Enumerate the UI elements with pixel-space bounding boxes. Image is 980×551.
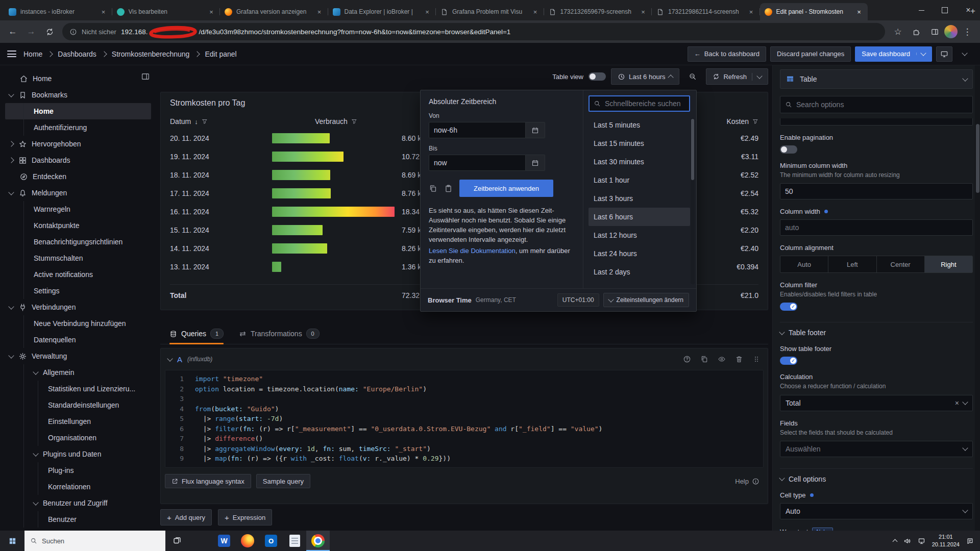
tab-grafana-version-anzeigen[interactable]: Grafana version anzeigen×	[220, 3, 328, 20]
collapse-topbar-chevron-icon[interactable]	[957, 46, 973, 62]
sidebar-item-entdecken[interactable]: Entdecken	[5, 168, 151, 185]
filter-funnel-icon[interactable]	[202, 118, 208, 124]
sidebar-item-authentifizierung[interactable]: Authentifizierung	[5, 119, 151, 136]
tab-edit-panel-stromkosten[interactable]: Edit panel - Stromkosten×	[760, 3, 868, 20]
sidebar-item-kontaktpunkte[interactable]: Kontaktpunkte	[5, 217, 151, 234]
expand-chevron-icon[interactable]	[33, 369, 38, 374]
breadcrumb-stromkostenberechnung[interactable]: Stromkostenberechnung	[112, 50, 190, 58]
breadcrumb-edit-panel[interactable]: Edit panel	[205, 50, 236, 58]
expand-chevron-icon[interactable]	[8, 189, 14, 195]
tab-close-icon[interactable]: ×	[855, 8, 863, 16]
quick-range-search-input[interactable]: Schnellbereiche suchen	[589, 95, 690, 112]
sidebar-item-einstellungen[interactable]: Einstellungen	[5, 413, 151, 430]
tab-close-icon[interactable]: ×	[315, 8, 324, 16]
taskbar-word-icon[interactable]	[212, 531, 236, 551]
sidebar-item-dashboards[interactable]: Dashboards	[5, 152, 151, 168]
add-expression-button[interactable]: +Expression	[218, 509, 272, 525]
sidebar-item-plugins-und-daten[interactable]: Plugins und Daten	[5, 446, 151, 462]
tab-close-icon[interactable]: ×	[423, 8, 431, 16]
sidebar-item-neue-verbindung-hinzuf-gen[interactable]: Neue Verbindung hinzufügen	[5, 315, 151, 332]
quick-range-last-6-hours[interactable]: Last 6 hours	[589, 208, 690, 226]
zoom-out-time-button[interactable]	[684, 69, 701, 84]
hide-query-eye-icon[interactable]	[718, 355, 726, 363]
section-cell-options[interactable]: Cell options	[780, 468, 973, 483]
documentation-link[interactable]: Lesen Sie die Dokumentation	[429, 247, 516, 255]
tab-close-icon[interactable]: ×	[207, 8, 215, 16]
expand-chevron-icon[interactable]	[8, 353, 14, 358]
change-time-settings-button[interactable]: Zeiteinstellungen ändern	[603, 293, 689, 307]
sidebar-item-korrelationen[interactable]: Korrelationen	[5, 479, 151, 495]
tv-mode-button[interactable]	[936, 46, 952, 62]
calendar-button[interactable]	[526, 155, 545, 171]
time-range-picker-button[interactable]: Last 6 hours	[611, 68, 680, 85]
profile-avatar[interactable]	[944, 25, 958, 38]
copy-time-range-icon[interactable]	[429, 184, 437, 193]
tab-queries[interactable]: Queries 1	[169, 323, 224, 344]
fields-select[interactable]: Auswählen	[780, 441, 973, 457]
sidebar-item-verbindungen[interactable]: Verbindungen	[5, 299, 151, 315]
quick-range-last-3-hours[interactable]: Last 3 hours	[589, 189, 690, 208]
options-scrollbar[interactable]	[975, 65, 980, 531]
tray-expand-icon[interactable]	[892, 539, 897, 544]
back-to-dashboard-button[interactable]: ←Back to dashboard	[688, 46, 766, 62]
tab-close-icon[interactable]: ×	[100, 8, 108, 16]
calendar-button[interactable]	[526, 122, 545, 138]
expand-chevron-icon[interactable]	[8, 141, 14, 146]
save-dashboard-button[interactable]: Save dashboard	[855, 46, 932, 62]
quick-range-last-12-hours[interactable]: Last 12 hours	[589, 226, 690, 244]
sidebar-item-benachrichtigungsrichtlinien[interactable]: Benachrichtigungsrichtlinien	[5, 234, 151, 250]
filter-funnel-icon[interactable]	[752, 118, 758, 124]
sidebar-item-stummschalten[interactable]: Stummschalten	[5, 250, 151, 266]
expand-chevron-icon[interactable]	[8, 91, 14, 97]
tab-vis-bearbeiten[interactable]: Vis bearbeiten×	[112, 3, 220, 20]
sidebar-item-datenquellen[interactable]: Datenquellen	[5, 332, 151, 348]
taskbar-notepad-icon[interactable]	[283, 531, 306, 551]
sidebar-item-hervorgehoben[interactable]: Hervorgehoben	[5, 136, 151, 152]
query-help-icon[interactable]	[683, 355, 691, 363]
tab-grafana-problem-mit-visu[interactable]: Grafana Problem mit Visu×	[436, 3, 544, 20]
enable-pagination-toggle[interactable]	[780, 145, 797, 154]
align-option-center[interactable]: Center	[877, 256, 925, 272]
dock-sidebar-icon[interactable]	[141, 72, 150, 81]
sidebar-item-benutzer[interactable]: Benutzer	[5, 511, 151, 528]
breadcrumb-home[interactable]: Home	[23, 50, 42, 58]
side-panel-icon[interactable]	[926, 23, 943, 40]
calculation-select[interactable]: Total ×	[780, 395, 973, 411]
browser-back-button[interactable]: ←	[4, 23, 21, 40]
sidebar-item-benutzer-und-zugriff[interactable]: Benutzer und Zugriff	[5, 495, 151, 511]
quick-range-last-2-days[interactable]: Last 2 days	[589, 263, 690, 281]
duplicate-query-icon[interactable]	[700, 355, 708, 363]
browser-forward-button[interactable]: →	[22, 23, 40, 40]
quick-range-last-30-minutes[interactable]: Last 30 minutes	[589, 153, 690, 171]
column-header-verbrauch[interactable]: Verbrauch	[272, 117, 395, 126]
browser-menu-kebab-icon[interactable]: ⋮	[959, 23, 976, 40]
time-from-input[interactable]: now-6h	[429, 122, 526, 138]
drag-handle-icon[interactable]	[752, 355, 761, 363]
sidebar-item-allgemein[interactable]: Allgemein	[5, 364, 151, 381]
extensions-puzzle-icon[interactable]	[908, 23, 925, 40]
taskbar-outlook-icon[interactable]	[259, 531, 283, 551]
expand-chevron-icon[interactable]	[8, 157, 14, 163]
tab-close-icon[interactable]: ×	[531, 8, 540, 16]
breadcrumb-dashboards[interactable]: Dashboards	[58, 50, 96, 58]
show-table-footer-toggle[interactable]	[780, 357, 797, 365]
quick-range-last-15-minutes[interactable]: Last 15 minutes	[589, 134, 690, 153]
taskbar-chrome-icon[interactable]	[306, 531, 330, 551]
taskbar-clock[interactable]: 21:01 20.11.2024	[932, 533, 960, 548]
align-option-right[interactable]: Right	[925, 256, 972, 272]
sidebar-item-active-notifications[interactable]: Active notifications	[5, 266, 151, 283]
tab-close-icon[interactable]: ×	[747, 8, 755, 16]
sidebar-item-bookmarks[interactable]: Bookmarks	[5, 87, 151, 103]
column-header-datum[interactable]: Datum ↓	[170, 117, 272, 126]
refresh-button[interactable]: Refresh	[706, 68, 768, 85]
sidebar-item-home[interactable]: Home	[5, 70, 151, 87]
tab-instances-iobroker[interactable]: instances - ioBroker×	[4, 3, 112, 20]
expand-chevron-icon[interactable]	[33, 450, 38, 456]
sidebar-item-verwaltung[interactable]: Verwaltung	[5, 348, 151, 364]
query-header-row[interactable]: A (influxdb)	[161, 348, 768, 370]
network-icon[interactable]	[918, 537, 925, 545]
time-to-input[interactable]: now	[429, 155, 526, 171]
sidebar-item-settings[interactable]: Settings	[5, 283, 151, 299]
tab-close-icon[interactable]: ×	[639, 8, 647, 16]
align-option-left[interactable]: Left	[828, 256, 876, 272]
